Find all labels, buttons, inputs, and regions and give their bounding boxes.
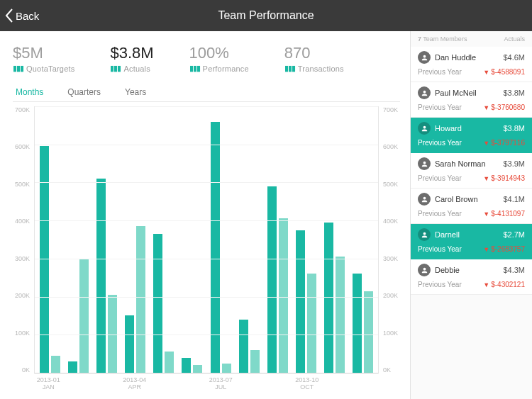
bar-previous[interactable] [336, 257, 345, 373]
x-tick [63, 373, 92, 390]
member-value: $3.8M [503, 89, 525, 97]
y-tick: 300K [13, 255, 30, 262]
bar-actuals[interactable] [96, 179, 106, 373]
previous-year-label: Previous Year [418, 281, 462, 288]
bar-previous[interactable] [250, 350, 260, 373]
x-tick [321, 373, 350, 390]
member-row[interactable]: Carol Brown$4.1MPrevious Year▼$-4131097 [411, 189, 532, 224]
avatar-icon [418, 193, 431, 206]
gridline [35, 145, 378, 145]
bar-previous[interactable] [279, 218, 288, 373]
sidebar-right-heading: Actuals [504, 35, 525, 43]
gridline [35, 259, 378, 259]
previous-year-label: Previous Year [418, 139, 462, 147]
bar-group [65, 106, 92, 373]
down-triangle-icon: ▼ [483, 281, 489, 288]
bar-actuals[interactable] [40, 146, 49, 373]
bar-group [150, 106, 177, 373]
member-value: $3.8M [503, 124, 525, 133]
y-tick: 300K [383, 255, 400, 262]
bar-previous[interactable] [136, 226, 145, 373]
member-value: $4.1M [503, 195, 525, 203]
member-name: Debbie [435, 266, 460, 274]
bar-group [235, 106, 262, 373]
bar-actuals[interactable] [125, 315, 134, 373]
down-triangle-icon: ▼ [483, 69, 489, 76]
bar-actuals[interactable] [296, 230, 305, 373]
tab-years[interactable]: Years [125, 87, 146, 97]
kpi-quotatargets[interactable]: $5M▮▮▮QuotaTargets [13, 44, 74, 73]
kpi-label: ▮▮▮Transactions [284, 64, 344, 73]
page-title: Team Performance [218, 9, 314, 22]
kpi-value: $3.8M [110, 44, 153, 62]
down-triangle-icon: ▼ [483, 210, 489, 218]
y-tick: 200K [13, 292, 30, 299]
gridline [35, 182, 378, 183]
member-row[interactable]: Howard$3.8MPrevious Year▼$-3797116 [411, 118, 532, 153]
main-panel: $5M▮▮▮QuotaTargets$3.8M▮▮▮Actuals100%▮▮▮… [0, 31, 410, 399]
kpi-actuals[interactable]: $3.8M▮▮▮Actuals [110, 44, 153, 73]
bar-actuals[interactable] [353, 274, 362, 373]
bar-group [122, 106, 149, 373]
avatar-icon [418, 264, 431, 276]
member-delta: ▼$-2683757 [483, 245, 525, 253]
previous-year-label: Previous Year [418, 68, 462, 76]
tab-months[interactable]: Months [16, 87, 43, 97]
tab-quarters[interactable]: Quarters [67, 87, 101, 97]
back-button[interactable]: Back [4, 0, 39, 31]
bar-actuals[interactable] [153, 234, 162, 373]
bar-previous[interactable] [307, 274, 316, 373]
x-tick [264, 373, 293, 390]
x-tick: 2013-01 JAN [34, 373, 63, 390]
mini-bars-icon: ▮▮▮ [13, 64, 23, 73]
avatar-icon [418, 122, 431, 135]
member-row[interactable]: Debbie$4.3MPrevious Year▼$-4302121 [411, 259, 532, 295]
member-row[interactable]: Darnell$2.7MPrevious Year▼$-2683757 [411, 224, 532, 259]
member-value: $2.7M [503, 230, 525, 239]
bar-group [350, 106, 377, 373]
bar-previous[interactable] [193, 365, 202, 373]
bar-previous[interactable] [364, 291, 373, 373]
avatar-icon [418, 157, 431, 170]
avatar-icon [418, 228, 431, 241]
down-triangle-icon: ▼ [483, 175, 489, 182]
bar-previous[interactable] [222, 364, 231, 373]
member-name: Dan Huddle [435, 53, 476, 62]
avatar-icon [418, 51, 431, 64]
bar-actuals[interactable] [68, 361, 77, 373]
chart-plot [34, 106, 379, 373]
y-tick: 100K [13, 330, 30, 337]
member-delta: ▼$-3797116 [483, 139, 525, 147]
bar-previous[interactable] [165, 352, 174, 373]
member-value: $3.9M [503, 159, 525, 168]
bar-previous[interactable] [108, 295, 117, 373]
team-count: 7 Team Members [418, 35, 467, 43]
gridline [35, 106, 378, 107]
member-name: Howard [435, 124, 462, 133]
bar-actuals[interactable] [267, 186, 277, 373]
kpi-label: ▮▮▮QuotaTargets [13, 64, 74, 73]
chevron-left-icon [4, 9, 14, 23]
bar-actuals[interactable] [324, 223, 333, 373]
chart-area: 700K600K500K400K300K200K100K0K 700K600K5… [13, 106, 400, 373]
bar-actuals[interactable] [182, 358, 191, 373]
member-row[interactable]: Paul McNeil$3.8MPrevious Year▼$-3760680 [411, 82, 532, 118]
member-name: Carol Brown [435, 195, 478, 203]
bar-group [179, 106, 206, 373]
x-tick [178, 373, 207, 390]
y-tick: 0K [13, 366, 30, 373]
bar-group [36, 106, 63, 373]
y-tick: 600K [13, 143, 30, 150]
y-tick: 400K [13, 218, 30, 225]
kpi-performance[interactable]: 100%▮▮▮Performance [189, 44, 249, 73]
member-name: Darnell [435, 230, 460, 239]
member-row[interactable]: Dan Huddle$4.6MPrevious Year▼$-4588091 [411, 47, 532, 82]
bar-previous[interactable] [51, 356, 60, 373]
bar-previous[interactable] [79, 259, 89, 373]
y-tick: 100K [383, 330, 400, 337]
kpi-transactions[interactable]: 870▮▮▮Transactions [284, 44, 344, 73]
bar-actuals[interactable] [239, 320, 248, 373]
member-delta: ▼$-4131097 [483, 210, 525, 218]
member-name: Sarah Norman [435, 159, 486, 168]
member-row[interactable]: Sarah Norman$3.9MPrevious Year▼$-3914943 [411, 153, 532, 189]
